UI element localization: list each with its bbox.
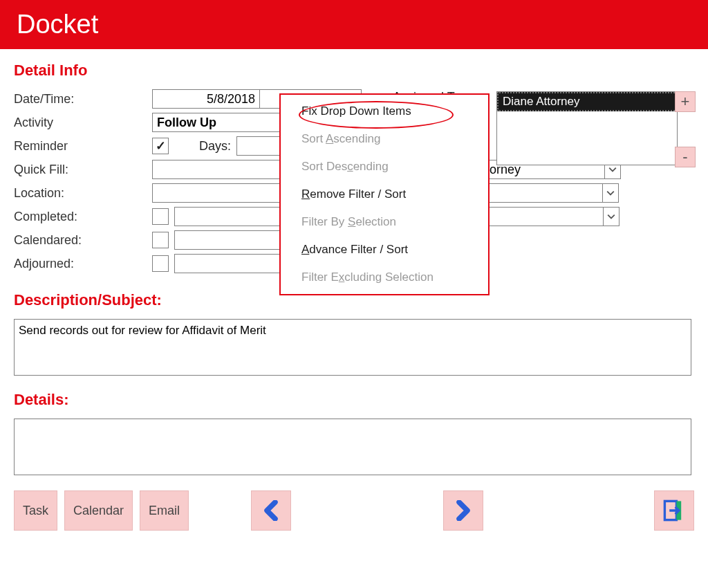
prev-record-button[interactable] <box>251 490 291 531</box>
chevron-down-icon[interactable] <box>602 184 618 202</box>
completed-checkbox[interactable] <box>152 208 169 225</box>
label-calendared: Calendared: <box>14 233 152 248</box>
chevron-down-icon[interactable] <box>603 208 619 226</box>
section-details: Details: <box>14 391 694 409</box>
menu-filter-excluding: Filter Excluding Selection <box>281 264 488 291</box>
section-detail-info: Detail Info <box>14 62 694 80</box>
menu-sort-descending: Sort Descending <box>281 153 488 181</box>
task-button[interactable]: Task <box>14 490 57 531</box>
add-assignee-button[interactable]: + <box>675 91 696 112</box>
chevron-left-icon <box>261 500 281 521</box>
date-input[interactable] <box>152 89 260 109</box>
label-datetime: Date/Time: <box>14 92 152 107</box>
calendar-button[interactable]: Calendar <box>64 490 133 531</box>
calendared-checkbox[interactable] <box>152 232 169 248</box>
check-icon: ✓ <box>156 138 166 154</box>
menu-sort-ascending: Sort Ascending <box>281 125 488 153</box>
description-textarea[interactable] <box>14 319 691 376</box>
email-button[interactable]: Email <box>140 490 189 531</box>
menu-fix-dropdown[interactable]: Fix Drop Down Items <box>281 98 488 125</box>
reminder-checkbox[interactable]: ✓ <box>152 138 169 154</box>
label-activity: Activity <box>14 116 152 130</box>
label-days: Days: <box>169 139 236 154</box>
window-header: Docket <box>0 0 708 49</box>
label-adjourned: Adjourned: <box>14 257 152 271</box>
label-completed: Completed: <box>14 210 152 224</box>
label-location: Location: <box>14 186 152 201</box>
context-menu: Fix Drop Down Items Sort Ascending Sort … <box>279 93 490 295</box>
chevron-right-icon <box>453 500 474 521</box>
menu-advance-filter[interactable]: Advance Filter / Sort <box>281 236 488 264</box>
adjourned-checkbox[interactable] <box>152 255 169 272</box>
minus-icon: - <box>682 148 687 166</box>
menu-filter-by-selection: Filter By Selection <box>281 208 488 236</box>
label-quickfill: Quick Fill: <box>14 163 152 177</box>
remove-assignee-button[interactable]: - <box>675 147 696 167</box>
assigned-to-listbox[interactable]: Diane Attorney <box>496 91 678 165</box>
menu-remove-filter[interactable]: Remove Filter / Sort <box>281 181 488 208</box>
label-reminder: Reminder <box>14 139 152 154</box>
exit-icon <box>662 499 686 522</box>
window-title: Docket <box>17 10 98 39</box>
assigned-to-selected[interactable]: Diane Attorney <box>497 92 677 111</box>
footer-toolbar: Task Calendar Email <box>0 482 708 539</box>
exit-button[interactable] <box>654 490 694 531</box>
assigned-to-group: Assigned To: Diane Attorney <box>496 91 676 165</box>
details-textarea[interactable] <box>14 419 691 475</box>
next-record-button[interactable] <box>443 490 483 531</box>
plus-icon: + <box>681 93 690 111</box>
